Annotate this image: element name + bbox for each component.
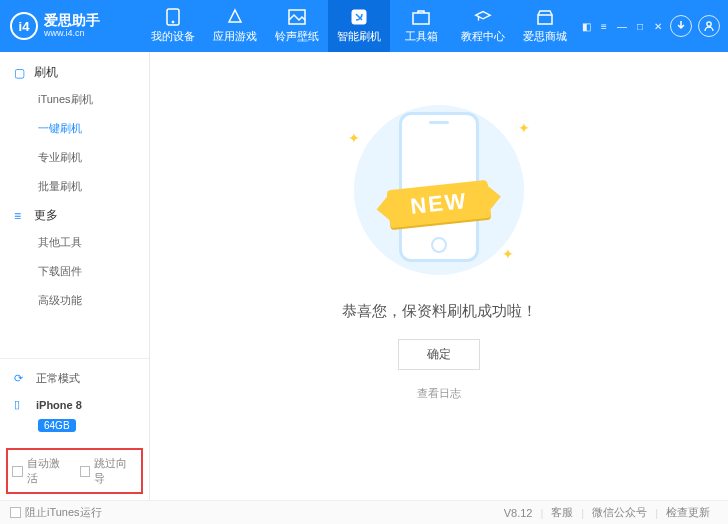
phone-outline-icon: ▢	[14, 66, 26, 80]
account-button[interactable]	[698, 15, 720, 37]
minimize-icon[interactable]: —	[616, 20, 628, 32]
status-bar: 阻止iTunes运行 V8.12 | 客服 | 微信公众号 | 检查更新	[0, 500, 728, 524]
tab-label: 爱思商城	[523, 29, 567, 44]
ok-button[interactable]: 确定	[398, 339, 480, 370]
tab-my-device[interactable]: 我的设备	[142, 0, 204, 52]
group-title: 更多	[34, 207, 58, 224]
svg-point-6	[707, 22, 711, 26]
tab-apps-games[interactable]: 应用游戏	[204, 0, 266, 52]
checkbox-icon	[10, 507, 21, 518]
success-message: 恭喜您，保资料刷机成功啦！	[342, 302, 537, 321]
more-icon: ≡	[14, 209, 26, 223]
main-content: ✦ ✦ ✦ NEW 恭喜您，保资料刷机成功啦！ 确定 查看日志	[150, 52, 728, 500]
device-name: iPhone 8	[36, 399, 82, 411]
download-button[interactable]	[670, 15, 692, 37]
sparkle-icon: ✦	[502, 246, 514, 262]
storage-badge: 64GB	[38, 419, 76, 432]
brand-name: 爱思助手	[44, 13, 100, 28]
success-illustration: ✦ ✦ ✦ NEW	[334, 100, 544, 280]
toolbox-icon	[412, 8, 430, 26]
tab-ringtone-wallpaper[interactable]: 铃声壁纸	[266, 0, 328, 52]
support-link[interactable]: 客服	[543, 505, 581, 520]
app-header: i4 爱思助手 www.i4.cn 我的设备 应用游戏 铃声壁纸 智能刷机 工具…	[0, 0, 728, 52]
tab-label: 应用游戏	[213, 29, 257, 44]
tab-tutorial[interactable]: 教程中心	[452, 0, 514, 52]
flash-icon	[350, 8, 368, 26]
wechat-link[interactable]: 微信公众号	[584, 505, 655, 520]
sidebar-item-batch-flash[interactable]: 批量刷机	[0, 172, 149, 201]
view-log-link[interactable]: 查看日志	[417, 386, 461, 401]
sidebar-item-itunes-flash[interactable]: iTunes刷机	[0, 85, 149, 114]
sidebar-item-oneclick-flash[interactable]: 一键刷机	[0, 114, 149, 143]
checkbox-label: 阻止iTunes运行	[25, 505, 102, 520]
device-phone-icon: ▯	[14, 398, 28, 412]
maximize-icon[interactable]: □	[634, 20, 646, 32]
top-tabs: 我的设备 应用游戏 铃声壁纸 智能刷机 工具箱 教程中心 爱思商城	[142, 0, 580, 52]
wallpaper-icon	[288, 8, 306, 26]
checkbox-skip-guide[interactable]: 跳过向导	[80, 456, 138, 486]
store-icon	[536, 8, 554, 26]
sparkle-icon: ✦	[348, 130, 360, 146]
checkbox-block-itunes[interactable]: 阻止iTunes运行	[10, 505, 102, 520]
checkbox-auto-activate[interactable]: 自动激活	[12, 456, 70, 486]
tab-label: 工具箱	[405, 29, 438, 44]
device-mode-row[interactable]: ⟳ 正常模式	[0, 365, 149, 392]
sidebar-item-other-tools[interactable]: 其他工具	[0, 228, 149, 257]
sidebar: ▢ 刷机 iTunes刷机 一键刷机 专业刷机 批量刷机 ≡ 更多 其他工具 下…	[0, 52, 150, 500]
sparkle-icon: ✦	[518, 120, 530, 136]
sidebar-item-advanced[interactable]: 高级功能	[0, 286, 149, 315]
checkbox-label: 跳过向导	[94, 456, 137, 486]
sidebar-device-block: ⟳ 正常模式 ▯ iPhone 8 64GB	[0, 358, 149, 444]
tab-label: 铃声壁纸	[275, 29, 319, 44]
svg-point-1	[172, 21, 174, 23]
brand-url: www.i4.cn	[44, 29, 100, 39]
tab-toolbox[interactable]: 工具箱	[390, 0, 452, 52]
checkbox-label: 自动激活	[27, 456, 70, 486]
group-title: 刷机	[34, 64, 58, 81]
checkbox-icon	[12, 466, 23, 477]
skin-icon[interactable]: ◧	[580, 20, 592, 32]
check-update-link[interactable]: 检查更新	[658, 505, 718, 520]
apps-icon	[226, 8, 244, 26]
svg-rect-5	[538, 15, 552, 24]
svg-rect-4	[413, 13, 429, 24]
sidebar-group-flash: ▢ 刷机	[0, 58, 149, 85]
device-mode: 正常模式	[36, 371, 80, 386]
window-controls: ◧ ≡ — □ ✕	[580, 20, 664, 32]
sidebar-bottom-options: 自动激活 跳过向导	[6, 448, 143, 494]
logo-icon: i4	[10, 12, 38, 40]
brand-logo: i4 爱思助手 www.i4.cn	[10, 12, 142, 40]
sidebar-item-pro-flash[interactable]: 专业刷机	[0, 143, 149, 172]
tab-label: 教程中心	[461, 29, 505, 44]
device-name-row[interactable]: ▯ iPhone 8	[0, 392, 149, 418]
tab-store[interactable]: 爱思商城	[514, 0, 576, 52]
sidebar-item-download-fw[interactable]: 下载固件	[0, 257, 149, 286]
phone-icon	[164, 8, 182, 26]
checkbox-icon	[80, 466, 91, 477]
menu-icon[interactable]: ≡	[598, 20, 610, 32]
tab-label: 我的设备	[151, 29, 195, 44]
tab-smart-flash[interactable]: 智能刷机	[328, 0, 390, 52]
sidebar-group-more: ≡ 更多	[0, 201, 149, 228]
tutorial-icon	[474, 8, 492, 26]
version-label: V8.12	[496, 507, 541, 519]
close-icon[interactable]: ✕	[652, 20, 664, 32]
tab-label: 智能刷机	[337, 29, 381, 44]
refresh-icon: ⟳	[14, 372, 28, 386]
